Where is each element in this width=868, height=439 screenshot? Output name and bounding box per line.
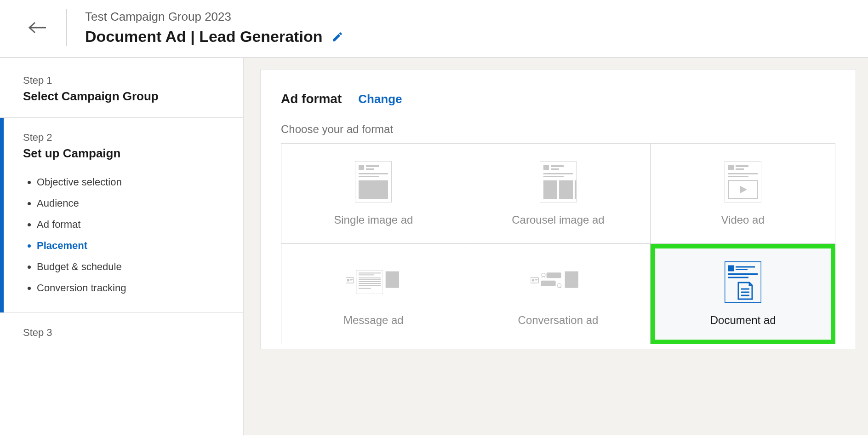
format-label: Single image ad xyxy=(334,214,413,226)
arrow-left-icon xyxy=(29,22,47,34)
single-image-icon xyxy=(346,161,401,202)
svg-rect-15 xyxy=(559,180,573,199)
svg-rect-42 xyxy=(535,280,537,281)
svg-rect-7 xyxy=(359,180,388,199)
svg-rect-38 xyxy=(386,271,399,288)
svg-point-26 xyxy=(347,279,349,281)
svg-rect-35 xyxy=(359,283,381,284)
message-icon xyxy=(346,261,401,303)
svg-rect-45 xyxy=(541,280,556,286)
pencil-icon xyxy=(331,31,343,43)
format-label: Carousel image ad xyxy=(512,214,604,226)
back-button[interactable] xyxy=(28,17,48,38)
page-header: Test Campaign Group 2023 Document Ad | L… xyxy=(0,0,868,58)
svg-rect-34 xyxy=(359,281,381,282)
choose-label: Choose your ad format xyxy=(281,123,835,136)
svg-rect-9 xyxy=(543,165,549,170)
svg-rect-36 xyxy=(359,285,381,286)
svg-rect-4 xyxy=(366,168,374,170)
svg-marker-24 xyxy=(740,186,747,193)
ad-format-grid: Single image ad xyxy=(281,143,835,344)
svg-rect-37 xyxy=(359,288,371,289)
sub-item-budget[interactable]: Budget & schedule xyxy=(37,256,220,277)
step-label: Step 1 xyxy=(23,75,220,87)
svg-rect-13 xyxy=(543,176,564,177)
sub-item-placement[interactable]: Placement xyxy=(37,235,220,256)
format-carousel-image[interactable]: Carousel image ad xyxy=(466,144,651,244)
step-label: Step 3 xyxy=(23,327,220,339)
step-2: Step 2 Set up Campaign Objective selecti… xyxy=(0,118,243,312)
step-1[interactable]: Step 1 Select Campaign Group xyxy=(0,75,243,117)
format-message[interactable]: Message ad xyxy=(281,244,466,344)
format-label: Video ad xyxy=(721,214,765,226)
header-divider xyxy=(66,9,67,46)
sub-item-objective[interactable]: Objective selection xyxy=(37,172,220,193)
svg-point-40 xyxy=(532,279,534,281)
step-title: Select Campaign Group xyxy=(23,89,220,104)
format-label: Document ad xyxy=(710,314,776,327)
format-conversation[interactable]: Conversation ad xyxy=(466,244,651,344)
campaign-group-name: Test Campaign Group 2023 xyxy=(85,10,343,24)
svg-rect-39 xyxy=(531,277,538,283)
svg-rect-32 xyxy=(359,277,381,278)
format-label: Conversation ad xyxy=(518,314,599,327)
svg-rect-5 xyxy=(359,173,388,174)
svg-rect-30 xyxy=(359,272,381,273)
svg-rect-33 xyxy=(359,279,381,280)
format-video[interactable]: Video ad xyxy=(651,144,835,244)
format-label: Message ad xyxy=(343,314,404,327)
carousel-image-icon xyxy=(531,161,586,202)
svg-rect-10 xyxy=(551,165,564,167)
svg-rect-31 xyxy=(359,274,374,275)
svg-rect-11 xyxy=(551,168,559,170)
steps-sidebar: Step 1 Select Campaign Group Step 2 Set … xyxy=(0,58,244,435)
svg-rect-47 xyxy=(565,271,578,288)
main-content: Ad format Change Choose your ad format xyxy=(244,58,868,435)
svg-rect-2 xyxy=(359,165,364,170)
svg-rect-28 xyxy=(350,280,353,281)
change-link[interactable]: Change xyxy=(358,92,402,106)
svg-rect-27 xyxy=(350,279,353,280)
svg-rect-20 xyxy=(736,168,744,170)
svg-rect-41 xyxy=(535,279,537,280)
svg-rect-21 xyxy=(728,173,758,174)
svg-rect-49 xyxy=(728,266,734,271)
ad-format-panel: Ad format Change Choose your ad format xyxy=(260,69,856,349)
format-document[interactable]: Document ad xyxy=(651,244,835,344)
svg-rect-14 xyxy=(543,180,557,199)
svg-rect-6 xyxy=(359,176,379,177)
conversation-icon xyxy=(531,261,586,303)
svg-rect-12 xyxy=(543,173,573,174)
section-title: Ad format xyxy=(281,92,342,106)
svg-rect-44 xyxy=(547,272,561,278)
video-icon xyxy=(715,161,771,202)
svg-rect-18 xyxy=(728,165,734,170)
svg-rect-3 xyxy=(366,165,379,167)
svg-rect-16 xyxy=(575,180,577,199)
sub-item-audience[interactable]: Audience xyxy=(37,193,220,214)
step-3[interactable]: Step 3 xyxy=(0,313,243,355)
step-label: Step 2 xyxy=(23,132,220,144)
edit-name-button[interactable] xyxy=(331,31,343,43)
sub-item-conversion[interactable]: Conversion tracking xyxy=(37,277,220,299)
svg-rect-19 xyxy=(736,165,748,167)
step-title: Set up Campaign xyxy=(23,146,220,161)
sub-item-ad-format[interactable]: Ad format xyxy=(37,214,220,235)
campaign-name: Document Ad | Lead Generation xyxy=(85,28,322,46)
svg-rect-25 xyxy=(346,277,354,283)
document-icon xyxy=(715,261,771,303)
svg-rect-22 xyxy=(728,176,748,177)
format-single-image[interactable]: Single image ad xyxy=(281,144,466,244)
step-sub-items: Objective selection Audience Ad format P… xyxy=(23,172,220,299)
